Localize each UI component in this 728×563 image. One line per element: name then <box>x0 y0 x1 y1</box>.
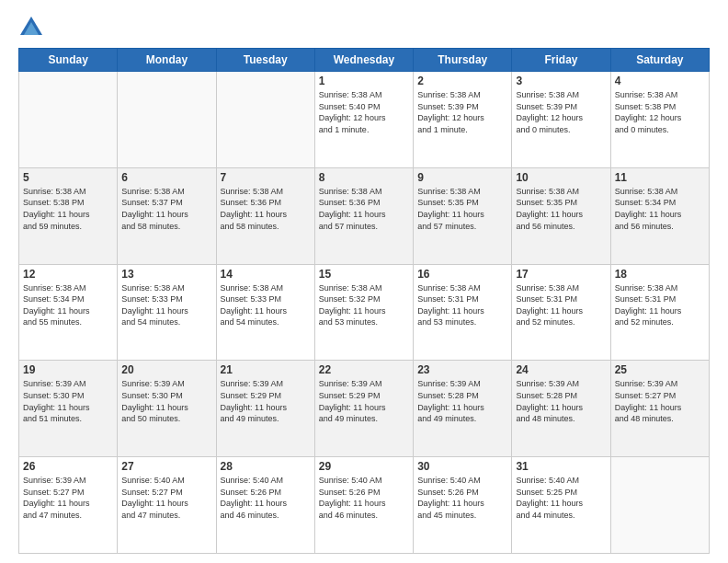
calendar-cell: 18Sunrise: 5:38 AM Sunset: 5:31 PM Dayli… <box>610 264 709 361</box>
logo <box>18 15 48 40</box>
day-number: 31 <box>516 460 606 473</box>
day-info: Sunrise: 5:38 AM Sunset: 5:37 PM Dayligh… <box>121 186 211 232</box>
calendar-cell: 17Sunrise: 5:38 AM Sunset: 5:31 PM Dayli… <box>512 264 610 361</box>
day-number: 30 <box>417 460 507 473</box>
day-info: Sunrise: 5:38 AM Sunset: 5:31 PM Dayligh… <box>516 282 606 328</box>
day-info: Sunrise: 5:38 AM Sunset: 5:33 PM Dayligh… <box>221 282 311 328</box>
day-number: 7 <box>221 171 311 184</box>
calendar-cell <box>19 72 118 168</box>
calendar-week-row: 26Sunrise: 5:39 AM Sunset: 5:27 PM Dayli… <box>19 457 710 554</box>
calendar-day-header: Friday <box>512 49 610 72</box>
calendar-week-row: 12Sunrise: 5:38 AM Sunset: 5:34 PM Dayli… <box>19 264 710 361</box>
calendar-cell: 2Sunrise: 5:38 AM Sunset: 5:39 PM Daylig… <box>414 72 512 168</box>
day-number: 19 <box>23 363 113 376</box>
day-number: 4 <box>615 75 705 87</box>
day-number: 2 <box>417 75 507 87</box>
header <box>18 15 710 40</box>
calendar-week-row: 1Sunrise: 5:38 AM Sunset: 5:40 PM Daylig… <box>19 72 710 168</box>
day-number: 16 <box>417 268 507 281</box>
page: SundayMondayTuesdayWednesdayThursdayFrid… <box>0 0 728 563</box>
calendar-cell: 28Sunrise: 5:40 AM Sunset: 5:26 PM Dayli… <box>216 457 314 554</box>
calendar-cell: 21Sunrise: 5:39 AM Sunset: 5:29 PM Dayli… <box>216 361 314 457</box>
calendar-cell: 7Sunrise: 5:38 AM Sunset: 5:36 PM Daylig… <box>216 167 314 264</box>
calendar-cell: 3Sunrise: 5:38 AM Sunset: 5:39 PM Daylig… <box>512 72 610 168</box>
calendar-cell: 19Sunrise: 5:39 AM Sunset: 5:30 PM Dayli… <box>19 361 118 457</box>
day-number: 15 <box>319 268 409 281</box>
calendar-cell: 29Sunrise: 5:40 AM Sunset: 5:26 PM Dayli… <box>314 457 413 554</box>
day-number: 28 <box>221 460 311 473</box>
calendar-cell: 8Sunrise: 5:38 AM Sunset: 5:36 PM Daylig… <box>314 167 413 264</box>
calendar-day-header: Thursday <box>414 49 512 72</box>
calendar-cell: 1Sunrise: 5:38 AM Sunset: 5:40 PM Daylig… <box>314 72 413 168</box>
day-info: Sunrise: 5:38 AM Sunset: 5:36 PM Dayligh… <box>319 186 409 232</box>
day-number: 29 <box>319 460 409 473</box>
logo-icon <box>18 15 44 40</box>
calendar-week-row: 5Sunrise: 5:38 AM Sunset: 5:38 PM Daylig… <box>19 167 710 264</box>
calendar-cell: 14Sunrise: 5:38 AM Sunset: 5:33 PM Dayli… <box>216 264 314 361</box>
day-info: Sunrise: 5:39 AM Sunset: 5:29 PM Dayligh… <box>221 378 311 424</box>
day-number: 13 <box>121 268 211 281</box>
day-info: Sunrise: 5:38 AM Sunset: 5:34 PM Dayligh… <box>23 282 113 328</box>
calendar-cell: 31Sunrise: 5:40 AM Sunset: 5:25 PM Dayli… <box>512 457 610 554</box>
calendar-table: SundayMondayTuesdayWednesdayThursdayFrid… <box>18 48 710 554</box>
day-number: 14 <box>221 268 311 281</box>
day-number: 27 <box>121 460 211 473</box>
day-info: Sunrise: 5:40 AM Sunset: 5:26 PM Dayligh… <box>319 475 409 521</box>
day-number: 18 <box>615 268 705 281</box>
calendar-cell: 15Sunrise: 5:38 AM Sunset: 5:32 PM Dayli… <box>314 264 413 361</box>
calendar-day-header: Wednesday <box>314 49 413 72</box>
calendar-cell: 9Sunrise: 5:38 AM Sunset: 5:35 PM Daylig… <box>414 167 512 264</box>
day-info: Sunrise: 5:38 AM Sunset: 5:35 PM Dayligh… <box>417 186 507 232</box>
calendar-cell <box>216 72 314 168</box>
day-number: 8 <box>319 171 409 184</box>
day-number: 9 <box>417 171 507 184</box>
calendar-cell: 22Sunrise: 5:39 AM Sunset: 5:29 PM Dayli… <box>314 361 413 457</box>
day-info: Sunrise: 5:38 AM Sunset: 5:31 PM Dayligh… <box>615 282 705 328</box>
day-info: Sunrise: 5:39 AM Sunset: 5:27 PM Dayligh… <box>615 378 705 424</box>
calendar-header-row: SundayMondayTuesdayWednesdayThursdayFrid… <box>19 49 710 72</box>
calendar-cell: 5Sunrise: 5:38 AM Sunset: 5:38 PM Daylig… <box>19 167 118 264</box>
day-info: Sunrise: 5:38 AM Sunset: 5:32 PM Dayligh… <box>319 282 409 328</box>
day-info: Sunrise: 5:39 AM Sunset: 5:27 PM Dayligh… <box>23 475 113 521</box>
day-info: Sunrise: 5:40 AM Sunset: 5:27 PM Dayligh… <box>121 475 211 521</box>
day-number: 3 <box>516 75 606 87</box>
day-info: Sunrise: 5:39 AM Sunset: 5:29 PM Dayligh… <box>319 378 409 424</box>
calendar-day-header: Saturday <box>610 49 709 72</box>
day-info: Sunrise: 5:40 AM Sunset: 5:25 PM Dayligh… <box>516 475 606 521</box>
calendar-cell: 20Sunrise: 5:39 AM Sunset: 5:30 PM Dayli… <box>118 361 216 457</box>
day-info: Sunrise: 5:38 AM Sunset: 5:31 PM Dayligh… <box>417 282 507 328</box>
calendar-cell: 24Sunrise: 5:39 AM Sunset: 5:28 PM Dayli… <box>512 361 610 457</box>
day-number: 1 <box>319 75 409 87</box>
day-number: 5 <box>23 171 113 184</box>
calendar-cell: 26Sunrise: 5:39 AM Sunset: 5:27 PM Dayli… <box>19 457 118 554</box>
day-number: 24 <box>516 363 606 376</box>
calendar-cell: 10Sunrise: 5:38 AM Sunset: 5:35 PM Dayli… <box>512 167 610 264</box>
day-info: Sunrise: 5:40 AM Sunset: 5:26 PM Dayligh… <box>417 475 507 521</box>
day-number: 11 <box>615 171 705 184</box>
day-info: Sunrise: 5:39 AM Sunset: 5:30 PM Dayligh… <box>23 378 113 424</box>
day-number: 26 <box>23 460 113 473</box>
day-info: Sunrise: 5:40 AM Sunset: 5:26 PM Dayligh… <box>221 475 311 521</box>
day-info: Sunrise: 5:38 AM Sunset: 5:39 PM Dayligh… <box>417 89 507 135</box>
day-number: 20 <box>121 363 211 376</box>
day-info: Sunrise: 5:39 AM Sunset: 5:28 PM Dayligh… <box>516 378 606 424</box>
calendar-cell: 4Sunrise: 5:38 AM Sunset: 5:38 PM Daylig… <box>610 72 709 168</box>
calendar-cell: 30Sunrise: 5:40 AM Sunset: 5:26 PM Dayli… <box>414 457 512 554</box>
day-number: 25 <box>615 363 705 376</box>
calendar-cell: 12Sunrise: 5:38 AM Sunset: 5:34 PM Dayli… <box>19 264 118 361</box>
day-number: 17 <box>516 268 606 281</box>
calendar-cell: 27Sunrise: 5:40 AM Sunset: 5:27 PM Dayli… <box>118 457 216 554</box>
day-number: 10 <box>516 171 606 184</box>
calendar-cell: 23Sunrise: 5:39 AM Sunset: 5:28 PM Dayli… <box>414 361 512 457</box>
day-number: 22 <box>319 363 409 376</box>
calendar-cell: 11Sunrise: 5:38 AM Sunset: 5:34 PM Dayli… <box>610 167 709 264</box>
day-info: Sunrise: 5:39 AM Sunset: 5:30 PM Dayligh… <box>121 378 211 424</box>
calendar-cell <box>118 72 216 168</box>
day-number: 12 <box>23 268 113 281</box>
calendar-day-header: Sunday <box>19 49 118 72</box>
day-info: Sunrise: 5:38 AM Sunset: 5:40 PM Dayligh… <box>319 89 409 135</box>
calendar-cell: 6Sunrise: 5:38 AM Sunset: 5:37 PM Daylig… <box>118 167 216 264</box>
calendar-day-header: Monday <box>118 49 216 72</box>
day-info: Sunrise: 5:39 AM Sunset: 5:28 PM Dayligh… <box>417 378 507 424</box>
day-info: Sunrise: 5:38 AM Sunset: 5:34 PM Dayligh… <box>615 186 705 232</box>
